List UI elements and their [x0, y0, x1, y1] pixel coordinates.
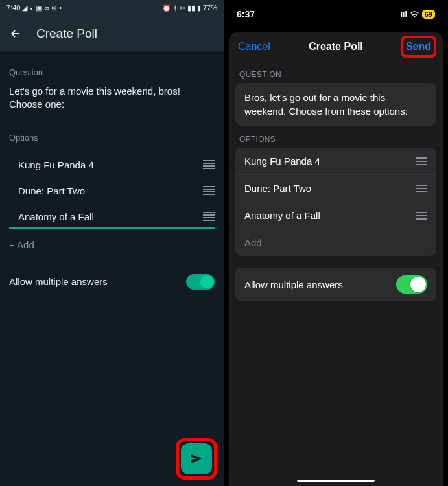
option-row[interactable]: Anatomy of a Fall: [9, 202, 215, 229]
signal-icon: ııl: [401, 10, 407, 19]
alarm-icon: ⏰: [162, 4, 171, 12]
option-row[interactable]: Anatomy of a Fall: [235, 202, 436, 229]
app-header: Create Poll: [0, 16, 224, 52]
location-icon: ⬩: [29, 4, 34, 12]
options-label: OPTIONS: [229, 126, 443, 148]
options-card: Kung Fu Panda 4 Dune: Part Two Anatomy o…: [235, 148, 436, 256]
option-text[interactable]: Kung Fu Panda 4: [18, 159, 94, 170]
send-highlight: Send: [401, 36, 436, 58]
link-icon: ∞: [44, 4, 49, 12]
cancel-button[interactable]: Cancel: [238, 41, 270, 52]
allow-multiple-label: Allow multiple answers: [9, 276, 108, 287]
drag-handle-icon[interactable]: [203, 212, 215, 221]
option-text[interactable]: Dune: Part Two: [244, 183, 311, 194]
page-title: Create Poll: [309, 41, 363, 52]
status-time: 7:40: [6, 4, 20, 12]
poll-form: Question Let's go for a movie this weeke…: [0, 52, 224, 486]
app-icon: ▣: [36, 4, 42, 12]
page-title: Create Poll: [36, 27, 97, 41]
question-input[interactable]: Bros, let's go out for a movie this week…: [235, 83, 436, 126]
send-button[interactable]: Send: [406, 41, 431, 52]
option-row[interactable]: Dune: Part Two: [9, 176, 215, 202]
option-text[interactable]: Dune: Part Two: [18, 185, 85, 196]
settings-card: Allow multiple answers: [235, 268, 436, 301]
send-fab-button[interactable]: [181, 443, 212, 474]
back-button[interactable]: [9, 27, 22, 40]
allow-multiple-toggle[interactable]: [186, 274, 215, 290]
wifi-icon: [410, 11, 419, 18]
allow-multiple-toggle[interactable]: [396, 275, 427, 294]
status-time: 6:37: [237, 9, 255, 19]
telegram-icon: ◢: [22, 4, 27, 12]
drag-handle-icon[interactable]: [416, 212, 427, 220]
option-row[interactable]: Kung Fu Panda 4: [235, 148, 436, 175]
drag-handle-icon[interactable]: [203, 160, 215, 169]
options-label: Options: [9, 133, 215, 143]
option-text[interactable]: Anatomy of a Fall: [244, 210, 320, 221]
question-label: QUESTION: [229, 61, 443, 83]
vibrate-icon: ➳: [180, 4, 185, 12]
add-option-row[interactable]: Add: [235, 229, 436, 256]
send-highlight: [176, 438, 217, 480]
option-text[interactable]: Anatomy of a Fall: [18, 211, 94, 222]
option-row[interactable]: Kung Fu Panda 4: [9, 150, 215, 176]
home-indicator[interactable]: [297, 480, 375, 482]
option-text[interactable]: Kung Fu Panda 4: [244, 156, 320, 167]
more-icon: ⊛: [51, 4, 57, 12]
drag-handle-icon[interactable]: [203, 186, 215, 195]
question-input[interactable]: Let's go for a movie this weekend, bros!…: [9, 85, 215, 117]
battery-pct: 77%: [203, 4, 217, 12]
dot-icon: •: [59, 4, 62, 12]
battery-badge: 69: [422, 10, 435, 19]
add-option-button[interactable]: + Add: [9, 229, 215, 257]
signal-icon: ▮▮: [187, 4, 195, 12]
modal-header: Cancel Create Poll Send: [229, 32, 443, 61]
drag-handle-icon[interactable]: [416, 157, 427, 165]
option-row[interactable]: Dune: Part Two: [235, 175, 436, 202]
drag-handle-icon[interactable]: [416, 185, 427, 192]
question-card: Bros, let's go out for a movie this week…: [235, 83, 436, 126]
question-label: Question: [9, 67, 215, 77]
ios-screen: 6:37 ııl 69 Cancel Create Poll Send QUES…: [224, 0, 448, 486]
battery-icon: ▮: [197, 4, 201, 12]
allow-multiple-row: Allow multiple answers: [235, 268, 436, 301]
bluetooth-icon: ᚼ: [173, 4, 178, 12]
add-option-label[interactable]: Add: [244, 237, 262, 248]
allow-multiple-row: Allow multiple answers: [9, 274, 215, 290]
allow-multiple-label: Allow multiple answers: [244, 279, 343, 290]
status-bar: 7:40 ◢ ⬩ ▣ ∞ ⊛ • ⏰ ᚼ ➳ ▮▮ ▮ 77%: [0, 0, 224, 16]
android-screen: 7:40 ◢ ⬩ ▣ ∞ ⊛ • ⏰ ᚼ ➳ ▮▮ ▮ 77% Create P…: [0, 0, 224, 486]
modal-sheet: Cancel Create Poll Send QUESTION Bros, l…: [229, 32, 443, 486]
status-bar: 6:37 ııl 69: [224, 0, 448, 29]
